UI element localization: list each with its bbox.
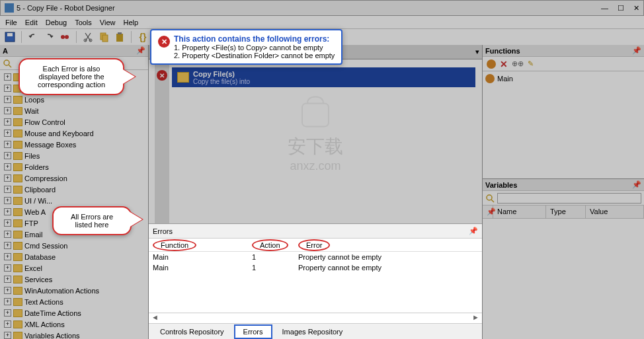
undo-icon[interactable] (27, 31, 39, 43)
scroll-bar[interactable]: ◄► (149, 313, 482, 323)
window-title: 5 - Copy File - Robot Designer (17, 4, 601, 12)
expand-icon[interactable]: + (4, 118, 11, 126)
tab-images-repository[interactable]: Images Repository (274, 325, 352, 338)
expand-icon[interactable]: + (4, 242, 11, 249)
col-value[interactable]: Value (586, 206, 644, 218)
tree-label: Web A (24, 208, 46, 216)
expand-icon[interactable]: + (4, 253, 11, 260)
add-function-icon[interactable] (487, 59, 496, 69)
expand-icon[interactable]: + (4, 186, 11, 193)
expand-icon[interactable]: + (4, 107, 11, 114)
expand-icon[interactable]: + (4, 231, 11, 238)
minimize-button[interactable]: — (601, 4, 608, 13)
tree-item[interactable]: +Wait (0, 105, 148, 116)
brace-left-icon[interactable]: {} (137, 31, 149, 43)
expand-icon[interactable]: + (4, 96, 11, 103)
tab-errors[interactable]: Errors (234, 324, 272, 339)
tree-item[interactable]: +Folders (0, 161, 148, 172)
tree-item[interactable]: +Clipboard (0, 184, 148, 195)
function-main[interactable]: Main (484, 73, 643, 85)
action-copy-files[interactable]: Copy File(s) Copy the file(s) into (172, 67, 475, 87)
tree-item[interactable]: +XML Actions (0, 319, 148, 330)
error-row[interactable]: Main1Property cannot be empty (149, 252, 482, 262)
tree-item[interactable]: +DateTime Actions (0, 307, 148, 319)
expand-icon[interactable]: + (4, 174, 11, 182)
save-icon[interactable] (4, 31, 16, 43)
menu-debug[interactable]: Debug (46, 19, 67, 26)
tree-item[interactable]: +Cmd Session (0, 240, 148, 251)
pin-icon[interactable]: 📌 (632, 180, 641, 189)
expand-icon[interactable]: + (4, 73, 11, 81)
tree-item[interactable]: +UI / Wi... (0, 195, 148, 206)
menu-view[interactable]: View (100, 19, 116, 26)
expand-icon[interactable]: + (4, 208, 11, 215)
expand-icon[interactable]: + (4, 320, 11, 328)
designer-canvas[interactable]: ✕ Copy File(s) Copy the file(s) into 安下载… (149, 59, 482, 223)
expand-icon[interactable]: + (4, 197, 11, 204)
col-action[interactable]: Action (252, 239, 288, 251)
col-function[interactable]: Function (153, 239, 196, 251)
expand-icon[interactable]: + (4, 276, 11, 283)
callout-errors-listed: All Errors are listed here (52, 206, 132, 235)
pin-icon[interactable]: 📌 (136, 46, 145, 55)
delete-function-icon[interactable]: ✕ (500, 59, 508, 69)
tree-label: WinAutomation Actions (24, 287, 99, 295)
tree-label: Compression (24, 174, 67, 182)
tree-label: Excel (24, 264, 42, 272)
tree-item[interactable]: +Flow Control (0, 116, 148, 128)
close-button[interactable]: ✕ (633, 4, 639, 13)
cut-icon[interactable] (82, 31, 94, 43)
menu-edit[interactable]: Edit (25, 19, 38, 26)
tree-item[interactable]: +Compression (0, 172, 148, 184)
tree-item[interactable]: +Loops (0, 94, 148, 105)
folder-icon (13, 197, 22, 205)
col-error[interactable]: Error (298, 239, 330, 251)
tree-item[interactable]: +Excel (0, 262, 148, 274)
tree-label: FTP (24, 219, 38, 227)
maximize-button[interactable]: ☐ (618, 4, 624, 13)
error-badge-icon[interactable]: ✕ (157, 70, 167, 81)
folder-icon (13, 107, 22, 115)
menu-help[interactable]: Help (123, 19, 138, 26)
redo-icon[interactable] (43, 31, 55, 43)
tree-item[interactable]: +Mouse and Keyboard (0, 128, 148, 139)
variables-search-input[interactable] (497, 193, 641, 204)
tree-item[interactable]: +WinAutomation Actions (0, 285, 148, 296)
menu-tools[interactable]: Tools (75, 19, 92, 26)
tree-item[interactable]: +Files (0, 150, 148, 161)
folder-icon (13, 264, 22, 272)
expand-icon[interactable]: + (4, 130, 11, 137)
expand-icon[interactable]: + (4, 141, 11, 148)
expand-icon[interactable]: + (4, 309, 11, 317)
expand-icon[interactable]: + (4, 163, 11, 170)
edit-function-icon[interactable]: ✎ (528, 59, 534, 68)
pin-icon[interactable]: 📌 (632, 46, 641, 55)
tree-item[interactable]: +Database (0, 251, 148, 262)
record-function-icon[interactable]: ⊕⊕ (512, 59, 524, 68)
copy-icon[interactable] (98, 31, 110, 43)
error-row[interactable]: Main1Property cannot be empty (149, 262, 482, 273)
expand-icon[interactable]: + (4, 85, 11, 92)
expand-icon[interactable]: + (4, 298, 11, 305)
tree-label: Message Boxes (24, 141, 76, 149)
expand-icon[interactable]: + (4, 287, 11, 294)
expand-icon[interactable]: + (4, 152, 11, 159)
pin-icon[interactable]: 📌 (469, 227, 478, 235)
tree-item[interactable]: +Variables Actions (0, 330, 148, 339)
expand-icon[interactable]: + (4, 219, 11, 227)
expand-icon[interactable]: + (4, 264, 11, 272)
col-type[interactable]: Type (546, 206, 586, 218)
gear-icon (485, 74, 495, 83)
paste-icon[interactable] (114, 31, 126, 43)
menu-file[interactable]: File (5, 19, 17, 26)
record-icon[interactable] (59, 31, 71, 43)
tree-item[interactable]: +Services (0, 274, 148, 285)
folder-icon (13, 309, 22, 317)
pin-column[interactable]: 📌 (483, 206, 493, 218)
col-name[interactable]: Name (493, 206, 546, 218)
tree-item[interactable]: +Text Actions (0, 296, 148, 307)
expand-icon[interactable]: + (4, 332, 11, 339)
tab-controls-repository[interactable]: Controls Repository (151, 325, 233, 338)
tab-dropdown-icon[interactable]: ▾ (475, 48, 479, 56)
tree-item[interactable]: +Message Boxes (0, 139, 148, 150)
